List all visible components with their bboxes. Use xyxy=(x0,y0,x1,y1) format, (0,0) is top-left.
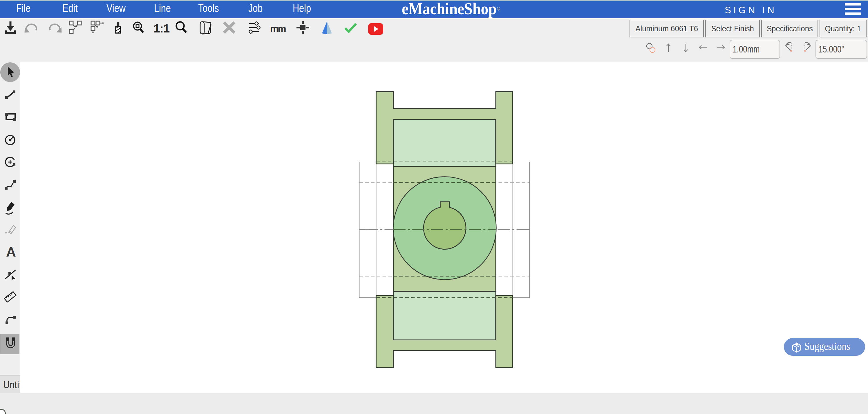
svg-text:A: A xyxy=(6,244,16,259)
svg-text:1:1: 1:1 xyxy=(153,22,169,35)
svg-text:mm: mm xyxy=(270,23,286,34)
